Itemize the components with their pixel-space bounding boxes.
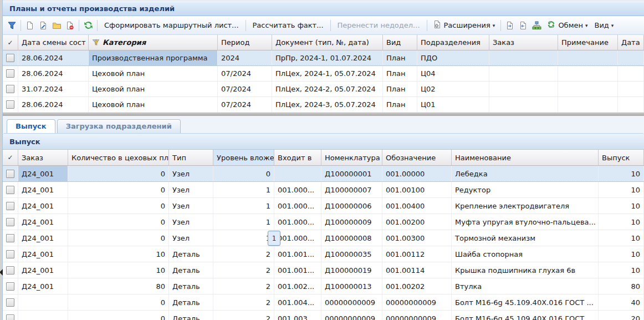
checkbox[interactable] (6, 100, 14, 109)
checkbox[interactable] (6, 234, 14, 242)
cell[interactable]: 001.001... (274, 262, 321, 278)
cell[interactable]: 00000000009 (321, 311, 382, 320)
cell[interactable]: Деталь (169, 294, 213, 310)
cell[interactable] (489, 50, 558, 65)
cell[interactable]: 001.004... (274, 294, 321, 310)
cell[interactable]: 28.06.2024 (18, 50, 89, 65)
cell[interactable] (558, 66, 618, 81)
cell[interactable]: 001.00100 (382, 182, 452, 197)
cell[interactable]: 001.000... (274, 182, 321, 197)
cell[interactable]: ПДО (417, 50, 489, 65)
cell[interactable]: 2 (213, 278, 274, 294)
cell[interactable]: 001.00202 (382, 278, 452, 294)
cell[interactable]: 001.003... (274, 311, 321, 320)
cell[interactable]: 00000000009 (321, 294, 382, 310)
extensions-dropdown[interactable]: Расширения ▾ (430, 19, 499, 32)
cell[interactable]: 001.002... (274, 278, 321, 294)
table-row[interactable]: Д24_0010Узел0Д100000001001.00000Лебедка1… (3, 166, 644, 182)
column-header[interactable]: Входит в (274, 150, 321, 165)
cell[interactable]: Лебедка (452, 166, 599, 181)
column-header[interactable]: Обозначение (382, 150, 452, 165)
cell[interactable]: Д24_001 (18, 198, 68, 214)
cell[interactable]: 0 (68, 198, 169, 214)
cell[interactable]: 2 (213, 262, 274, 278)
cell[interactable]: 001.000... (274, 214, 321, 230)
checkbox[interactable] (6, 170, 14, 178)
new-document-icon[interactable] (23, 19, 37, 32)
table-row[interactable]: Д24_0010Узел1001.000...Д100000009001.002… (3, 214, 644, 230)
row-checkbox-cell[interactable] (3, 246, 18, 262)
cell[interactable]: 10 (599, 230, 644, 246)
table-row[interactable]: 28.06.2024Производственная программа2024… (3, 50, 644, 66)
checkbox[interactable] (6, 186, 14, 194)
cell[interactable]: 10 (599, 166, 644, 181)
cell[interactable]: 10 (68, 262, 169, 278)
cell[interactable]: 10 (599, 262, 644, 278)
table-row[interactable]: Д24_00180Деталь2001.002...Д100000013001.… (3, 278, 644, 294)
cell[interactable]: ПлЦех, 2024-1, 05.07.2024 (272, 66, 383, 81)
checkbox[interactable] (6, 202, 14, 210)
cell[interactable]: Д24_001 (18, 262, 68, 278)
table-row[interactable]: 0Деталь2001.003...0000000000900000000009… (3, 311, 644, 320)
cell[interactable]: Д100000035 (321, 246, 382, 262)
calculate-fact-button[interactable]: Рассчитать факт... (248, 19, 328, 32)
cell[interactable]: Д100000013 (321, 278, 382, 294)
cell[interactable]: Деталь (169, 278, 213, 294)
cell[interactable]: 001.00400 (382, 198, 452, 214)
row-checkbox-cell[interactable] (3, 166, 18, 181)
cell[interactable]: План (383, 66, 417, 81)
column-header[interactable]: Подразделения (417, 35, 489, 50)
column-header[interactable]: Категория (89, 35, 218, 50)
cell[interactable]: Деталь (169, 246, 213, 262)
import-document-icon[interactable] (517, 19, 530, 32)
row-checkbox-cell[interactable] (3, 230, 18, 246)
cell[interactable]: Д100000001 (321, 166, 382, 181)
cell[interactable] (618, 97, 644, 112)
cell[interactable]: 80 (599, 278, 644, 294)
cell[interactable]: 20 (599, 311, 644, 320)
cell[interactable] (558, 97, 618, 112)
cell[interactable]: 07/2024 (218, 66, 272, 81)
column-header[interactable]: Заказ (489, 35, 558, 50)
row-checkbox-cell[interactable] (3, 66, 18, 81)
cell[interactable]: 0 (68, 182, 169, 197)
cell[interactable]: 1 (213, 198, 274, 214)
cell[interactable]: 001.001... (274, 246, 321, 262)
select-all-header[interactable]: ✓ (3, 35, 18, 50)
cell[interactable] (618, 66, 644, 81)
row-checkbox-cell[interactable] (3, 214, 18, 230)
checkbox[interactable] (6, 282, 14, 291)
cell[interactable]: 80 (68, 278, 169, 294)
cell[interactable]: 2 (213, 246, 274, 262)
row-checkbox-cell[interactable] (3, 97, 18, 112)
cell[interactable]: Д100000006 (321, 198, 382, 214)
cell[interactable]: Втулка (452, 278, 599, 294)
cell[interactable]: 2 (213, 311, 274, 320)
cell[interactable]: 001.00300 (382, 230, 452, 246)
checkbox[interactable] (6, 314, 14, 320)
cell[interactable] (18, 311, 68, 320)
cell[interactable] (618, 50, 644, 65)
cell[interactable]: 10 (599, 198, 644, 214)
cell[interactable] (558, 50, 618, 65)
column-header[interactable]: Примечание (558, 35, 618, 50)
cell[interactable]: Болт М16-6g 45.109.40Х.016 ГОСТ ... (452, 311, 599, 320)
table-row[interactable]: 0Деталь2001.004...0000000000900000000009… (3, 294, 644, 311)
cell[interactable]: 2 (213, 294, 274, 310)
table-row[interactable]: Д24_00110Деталь2001.001...Д100000035001.… (3, 246, 644, 262)
cell[interactable]: 0 (213, 166, 274, 181)
checkbox[interactable] (6, 298, 14, 307)
export-document-icon[interactable] (503, 19, 517, 32)
cell[interactable]: 10 (599, 182, 644, 197)
cell[interactable]: 1 (213, 214, 274, 230)
filter-icon[interactable] (5, 19, 18, 32)
cell[interactable]: Крышка подшипника глухая 6в (452, 262, 599, 278)
cell[interactable]: Д100000009 (321, 214, 382, 230)
cell[interactable]: 2024 (218, 50, 272, 65)
cell[interactable]: 001.00000 (382, 166, 452, 181)
column-header[interactable]: Номенклатура (321, 150, 382, 165)
cell[interactable]: 07/2024 (218, 97, 272, 112)
cell[interactable]: ПрПр, 2024-1, 01.07.2024 (272, 50, 383, 65)
cell[interactable]: 001.000... (274, 230, 321, 246)
row-checkbox-cell[interactable] (3, 294, 18, 310)
